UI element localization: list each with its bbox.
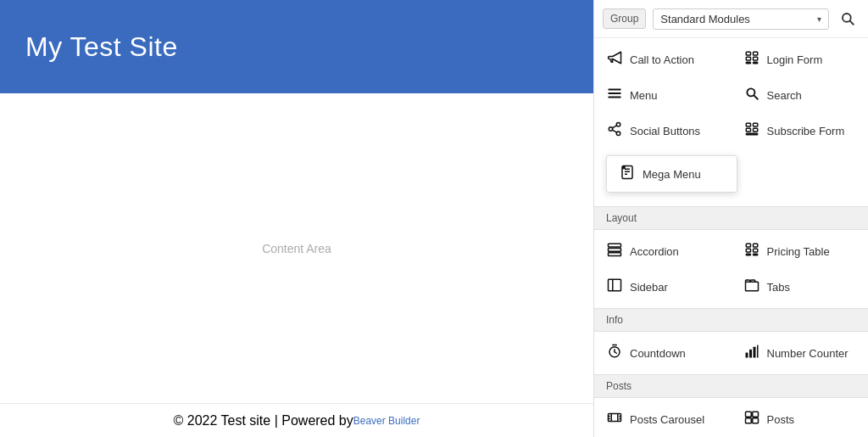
module-posts-carousel[interactable]: Posts Carousel xyxy=(594,401,732,437)
svg-rect-37 xyxy=(609,279,621,291)
svg-line-42 xyxy=(615,352,616,354)
group-select-text: Standard Modules xyxy=(660,13,750,25)
module-search-label: Search xyxy=(767,89,802,102)
svg-rect-57 xyxy=(745,418,751,423)
film-icon xyxy=(606,410,623,429)
group-label: Group xyxy=(603,8,646,29)
layout-modules-grid: Accordion Pricing Table xyxy=(594,230,868,308)
module-accordion-label: Accordion xyxy=(630,245,679,258)
svg-line-16 xyxy=(612,130,616,132)
section-info-header: Info xyxy=(594,308,868,332)
panel-header: Group Standard Modules ▾ xyxy=(594,0,868,38)
svg-rect-21 xyxy=(753,128,757,132)
module-posts[interactable]: Posts xyxy=(732,401,869,437)
svg-rect-19 xyxy=(753,123,757,126)
pricing-table-icon xyxy=(743,242,760,261)
clock-icon xyxy=(606,344,623,362)
svg-rect-4 xyxy=(746,57,750,60)
module-menu[interactable]: Menu xyxy=(594,77,732,113)
site-area: My Test Site Content Area © 2022 Test si… xyxy=(0,0,593,437)
footer-text: © 2022 Test site | Powered by xyxy=(174,413,353,429)
svg-rect-39 xyxy=(745,282,758,291)
module-menu-label: Menu xyxy=(630,89,658,102)
panel: Group Standard Modules ▾ Call to Action xyxy=(593,0,868,437)
site-content: Content Area xyxy=(0,93,593,403)
svg-rect-48 xyxy=(609,414,621,422)
info-modules-grid: Countdown Number Counter xyxy=(594,332,868,374)
module-subscribe-form[interactable]: Subscribe Form xyxy=(732,113,869,148)
svg-rect-5 xyxy=(753,57,757,60)
search-button[interactable] xyxy=(836,7,860,31)
module-mega-menu[interactable]: Mega Menu xyxy=(606,155,737,193)
module-subscribe-form-label: Subscribe Form xyxy=(767,125,845,137)
svg-line-12 xyxy=(754,96,757,99)
share-icon xyxy=(606,121,623,140)
module-pricing-table-label: Pricing Table xyxy=(767,245,830,258)
svg-rect-3 xyxy=(753,52,757,55)
site-header: My Test Site xyxy=(0,0,593,93)
module-call-to-action-label: Call to Action xyxy=(630,53,694,66)
standard-modules-grid: Call to Action Login Form xyxy=(594,38,868,152)
accordion-icon xyxy=(606,242,623,261)
module-sidebar-label: Sidebar xyxy=(630,281,668,294)
module-mega-menu-label: Mega Menu xyxy=(643,168,701,181)
module-tabs[interactable]: Tabs xyxy=(732,269,869,305)
svg-rect-29 xyxy=(609,249,621,252)
svg-rect-18 xyxy=(746,123,750,126)
svg-rect-22 xyxy=(746,133,758,135)
svg-rect-7 xyxy=(753,62,757,64)
svg-rect-56 xyxy=(752,412,758,417)
posts-icon xyxy=(743,410,760,429)
module-login-form[interactable]: Login Form xyxy=(732,42,869,77)
grid-icon xyxy=(743,50,760,69)
svg-rect-36 xyxy=(753,254,757,255)
subscribe-icon xyxy=(743,121,760,140)
module-sidebar[interactable]: Sidebar xyxy=(594,269,732,305)
module-search[interactable]: Search xyxy=(732,77,869,113)
svg-rect-32 xyxy=(753,244,757,247)
bars-icon xyxy=(743,344,760,362)
svg-rect-47 xyxy=(757,345,759,358)
svg-rect-34 xyxy=(753,249,757,252)
svg-rect-46 xyxy=(753,347,755,358)
search-icon xyxy=(840,11,855,26)
module-number-counter-label: Number Counter xyxy=(767,347,849,360)
svg-rect-28 xyxy=(609,244,621,247)
svg-rect-55 xyxy=(745,412,751,417)
svg-rect-44 xyxy=(745,353,748,358)
group-select[interactable]: Standard Modules ▾ xyxy=(653,8,829,30)
svg-rect-27 xyxy=(622,166,626,170)
panel-scroll[interactable]: Call to Action Login Form xyxy=(594,38,868,437)
content-area-label: Content Area xyxy=(262,242,331,255)
module-posts-label: Posts xyxy=(767,413,795,426)
module-tabs-label: Tabs xyxy=(767,281,790,294)
module-call-to-action[interactable]: Call to Action xyxy=(594,42,732,77)
doc-icon xyxy=(619,165,636,183)
site-title: My Test Site xyxy=(25,31,178,63)
module-number-counter[interactable]: Number Counter xyxy=(732,335,869,371)
svg-rect-33 xyxy=(746,249,750,252)
section-posts-header: Posts xyxy=(594,374,868,398)
module-social-buttons-label: Social Buttons xyxy=(630,125,700,137)
megaphone-icon xyxy=(606,50,623,69)
svg-rect-45 xyxy=(749,350,752,358)
module-countdown-label: Countdown xyxy=(630,347,686,360)
menu-icon xyxy=(606,86,623,104)
svg-rect-35 xyxy=(746,254,750,255)
sidebar-icon xyxy=(606,277,623,296)
module-pricing-table[interactable]: Pricing Table xyxy=(732,233,869,269)
footer-link[interactable]: Beaver Builder xyxy=(353,415,420,427)
svg-rect-6 xyxy=(746,62,750,64)
svg-rect-31 xyxy=(746,244,750,247)
svg-rect-2 xyxy=(746,52,750,55)
section-layout-header: Layout xyxy=(594,206,868,230)
module-login-form-label: Login Form xyxy=(767,53,823,66)
svg-rect-58 xyxy=(752,418,758,423)
module-social-buttons[interactable]: Social Buttons xyxy=(594,113,732,148)
module-countdown[interactable]: Countdown xyxy=(594,335,732,371)
module-accordion[interactable]: Accordion xyxy=(594,233,732,269)
module-posts-carousel-label: Posts Carousel xyxy=(630,413,704,426)
search-icon xyxy=(743,86,760,104)
tabs-icon xyxy=(743,277,760,296)
chevron-down-icon: ▾ xyxy=(817,14,821,24)
